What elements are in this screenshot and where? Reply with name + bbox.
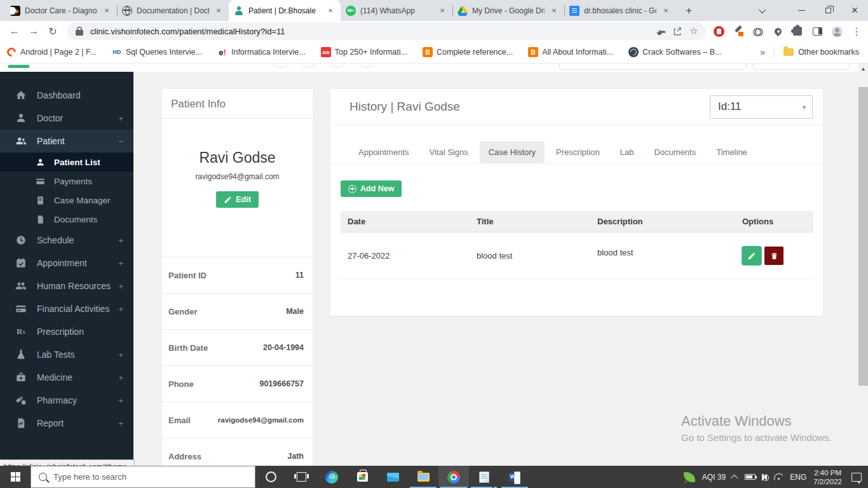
sidebar-item-payments[interactable]: Payments <box>0 172 133 191</box>
new-tab-button[interactable] <box>680 2 698 20</box>
tab-close-icon[interactable] <box>214 6 224 16</box>
sidebar-item-case-manager[interactable]: Case Manager <box>0 191 133 210</box>
volume-icon[interactable] <box>763 474 767 480</box>
adblock-icon[interactable] <box>711 24 726 39</box>
sidebar-item-lab-tests[interactable]: Lab Tests + <box>0 343 133 366</box>
taskbar-search[interactable] <box>31 466 255 488</box>
sidebar-item-doctor[interactable]: Doctor + <box>0 107 133 130</box>
minimize-button[interactable] <box>788 0 815 21</box>
browser-menu-icon[interactable] <box>849 24 864 39</box>
action-center-icon[interactable] <box>851 473 862 482</box>
share-icon[interactable] <box>672 25 683 37</box>
word-button[interactable] <box>499 466 530 488</box>
sidebar-item-financial-activities[interactable]: Financial Activities + <box>0 297 133 320</box>
sidebar-item-schedule[interactable]: Schedule + <box>0 229 133 252</box>
tab-doctor-care[interactable]: Doctor Care - Diagnos <box>5 0 117 21</box>
back-button[interactable] <box>5 25 24 37</box>
tab-drive[interactable]: My Drive - Google Dri <box>452 0 564 21</box>
page-scrollbar[interactable] <box>858 64 868 466</box>
wifi-icon[interactable] <box>774 473 783 480</box>
tab-vital-signs[interactable]: Vital Signs <box>421 141 477 163</box>
close-window-button[interactable] <box>841 0 868 21</box>
other-bookmarks-button[interactable]: Other bookmarks <box>783 48 859 57</box>
tab-close-icon[interactable] <box>325 6 336 16</box>
tab-docs[interactable]: dr.bhosales clinic - Go <box>564 0 676 21</box>
tab-close-icon[interactable] <box>102 6 112 16</box>
add-new-button[interactable]: Add New <box>341 180 402 197</box>
file-explorer-button[interactable] <box>408 466 438 488</box>
search-input[interactable] <box>53 472 231 482</box>
bookmark-star-icon[interactable] <box>688 25 700 37</box>
scroll-up-arrow-icon[interactable] <box>858 64 868 74</box>
sidebar-item-human-resources[interactable]: Human Resources + <box>0 274 133 297</box>
start-button[interactable] <box>0 466 31 488</box>
profile-avatar-icon[interactable] <box>829 24 844 39</box>
scrollbar-thumb[interactable] <box>858 87 868 386</box>
cortana-button[interactable] <box>255 466 286 488</box>
tab-documentation[interactable]: Documentation | Doct <box>117 0 229 21</box>
aqi-leaf-icon[interactable] <box>684 472 695 482</box>
sidebar-item-prescription[interactable]: Prescription <box>0 320 133 343</box>
pin-extension-icon[interactable] <box>770 24 785 39</box>
divider <box>774 46 775 58</box>
link-extension-icon[interactable] <box>750 24 766 39</box>
sidebar-item-medicine[interactable]: Medicine + <box>0 366 133 389</box>
bookmark-crack-softwares[interactable]: Crack Softwares – B... <box>628 47 721 57</box>
restore-button[interactable] <box>815 0 841 21</box>
tab-patient-active[interactable]: Patient | Dr.Bhosale <box>229 0 341 21</box>
colorpicker-icon[interactable] <box>731 24 746 39</box>
tab-timeline[interactable]: Timeline <box>707 141 756 163</box>
tab-whatsapp[interactable]: (114) WhatsApp <box>341 0 452 21</box>
tab-lab[interactable]: Lab <box>611 141 643 163</box>
clock[interactable]: 2:40 PM 7/2/2022 <box>813 468 842 486</box>
sidebar-item-pharmacy[interactable]: Pharmacy + <box>0 389 133 412</box>
extensions-puzzle-icon[interactable] <box>790 24 805 39</box>
sidebar-item-documents[interactable]: Documents <box>0 210 133 229</box>
tab-close-icon[interactable] <box>549 6 559 16</box>
edit-record-button[interactable] <box>742 247 761 265</box>
sidebar-item-dashboard[interactable]: Dashboard <box>0 84 133 107</box>
bookmark-sql[interactable]: Sql Queries Intervie... <box>112 47 202 57</box>
mail-button[interactable] <box>377 466 408 488</box>
tab-documents[interactable]: Documents <box>645 141 705 163</box>
bookmark-informatica[interactable]: Informatica Intervie... <box>217 47 306 57</box>
sidebar-item-label: Patient <box>37 136 65 146</box>
tab-close-icon[interactable] <box>661 6 671 16</box>
tab-search-chevron-icon[interactable] <box>750 0 776 21</box>
delete-record-button[interactable] <box>764 247 783 265</box>
extensions-row <box>711 24 864 39</box>
lock-icon[interactable] <box>74 25 85 37</box>
forward-button[interactable] <box>24 25 43 37</box>
edit-patient-button[interactable]: Edit <box>216 191 259 208</box>
tray-chevron-up-icon[interactable] <box>731 474 738 481</box>
sidebar-item-report[interactable]: Report + <box>0 412 133 435</box>
bookmarks-overflow-chevron[interactable]: » <box>760 47 765 57</box>
store-button[interactable] <box>347 466 377 488</box>
edge-button[interactable] <box>316 466 347 488</box>
tab-case-history[interactable]: Case History <box>480 141 545 163</box>
sidebar-item-patient-list[interactable]: Patient List <box>0 152 133 172</box>
battery-icon[interactable] <box>745 474 756 480</box>
chrome-button[interactable] <box>438 466 469 488</box>
bookmark-label: Informatica Intervie... <box>231 48 306 57</box>
aqi-value[interactable]: AQI 39 <box>702 473 726 482</box>
tab-prescription[interactable]: Prescription <box>547 141 609 163</box>
sidebar-item-appointment[interactable]: Appointment + <box>0 252 133 274</box>
side-panel-icon[interactable] <box>810 24 825 39</box>
language-indicator[interactable]: ENG <box>790 473 806 482</box>
notepad-button[interactable] <box>469 466 499 488</box>
task-view-button[interactable] <box>286 466 316 488</box>
patient-id-select[interactable]: Id:11 <box>710 95 813 119</box>
bookmark-android[interactable]: Android | Page 2 | F... <box>6 47 97 57</box>
tab-close-icon[interactable] <box>437 6 447 16</box>
reload-button[interactable] <box>43 25 62 37</box>
edge-icon <box>325 471 338 484</box>
tab-appointments[interactable]: Appointments <box>349 141 418 163</box>
address-bar[interactable]: clinic.vishoinfotech.com/patient/medical… <box>67 22 706 40</box>
key-icon[interactable] <box>655 25 667 37</box>
bookmark-all-about[interactable]: All About Informati... <box>528 47 613 57</box>
bookmark-top250[interactable]: Top 250+ Informati... <box>321 47 407 57</box>
sidebar-item-patient[interactable]: Patient − <box>0 130 133 152</box>
bookmark-complete-ref[interactable]: Complete reference... <box>423 47 513 57</box>
url-text[interactable]: clinic.vishoinfotech.com/patient/medical… <box>90 27 650 36</box>
